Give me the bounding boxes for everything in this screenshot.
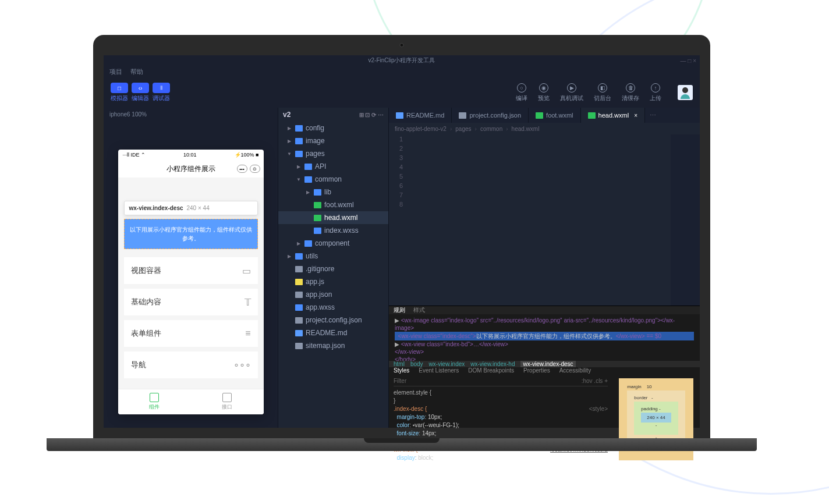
ide-window: v2-FinClip小程序开发工具 — □ × 项目 帮助 □模拟器 ‹›编辑器… (104, 55, 700, 428)
editor-tab[interactable]: head.wxml× (581, 108, 645, 123)
toolbar: □模拟器 ‹›编辑器 ⫴调试器 ○编译 ◉预览 ▶真机调试 ◧切后台 🗑清缓存 … (104, 77, 700, 108)
explorer-actions[interactable]: ⊞ ⊡ ⟳ ⋯ (359, 112, 384, 118)
styles-filter[interactable]: Filter (394, 377, 406, 385)
devtools-panel: 规则 样式 ▶ <wx-image class="index-logo" src… (389, 306, 700, 428)
editor-panel: README.mdproject.config.jsonfoot.wxmlhea… (389, 108, 700, 428)
camera-dot (400, 43, 404, 47)
action-preview[interactable]: ◉预览 (538, 83, 550, 102)
breadcrumbs[interactable]: fino-applet-demo-v2›pages›common›head.wx… (389, 123, 700, 134)
devtools-subtab[interactable]: Styles (394, 367, 409, 374)
devtools-subtab[interactable]: Accessibility (559, 367, 591, 374)
file-tree-item[interactable]: app.json (278, 288, 388, 301)
devtools-subtabs: StylesEvent ListenersDOM BreakpointsProp… (389, 367, 700, 374)
laptop-frame: v2-FinClip小程序开发工具 — □ × 项目 帮助 □模拟器 ‹›编辑器… (93, 35, 710, 451)
editor-tab[interactable]: foot.wxml (529, 108, 580, 123)
user-avatar[interactable] (678, 85, 693, 100)
action-upload[interactable]: ↑上传 (650, 83, 661, 102)
editor-tab[interactable]: project.config.json (452, 108, 529, 123)
file-tree-item[interactable]: ▼pages (278, 147, 388, 160)
file-tree-item[interactable]: project.config.json (278, 314, 388, 326)
phone-preview: ···ll IDE ⌃10:01⚡100% ■ 小程序组件展示 •••⊙ wx-… (118, 150, 264, 414)
dom-tree[interactable]: ▶ <wx-image class="index-logo" src="../r… (389, 314, 700, 361)
close-icon: × (634, 112, 637, 119)
file-tree-item[interactable]: ▶config (278, 122, 388, 134)
tab-components[interactable]: 组件 (118, 389, 191, 414)
devtools-tab-style[interactable]: 样式 (413, 306, 425, 314)
capsule-menu-icon[interactable]: ••• (237, 165, 247, 173)
file-tree-item[interactable]: ▶lib (278, 186, 388, 198)
file-tree-item[interactable]: foot.wxml (278, 198, 388, 211)
file-tree-item[interactable]: ▼common (278, 173, 388, 186)
dom-breadcrumb[interactable]: htmlbodywx-view.indexwx-view.index-hdwx-… (389, 361, 700, 367)
page-title: 小程序组件展示 (166, 164, 215, 174)
project-root[interactable]: v2 (283, 111, 290, 119)
devtools-tab-rules[interactable]: 规则 (394, 306, 405, 314)
action-remote-debug[interactable]: ▶真机调试 (560, 83, 583, 102)
tabs-overflow-icon[interactable]: ⋯ (645, 108, 661, 123)
list-item[interactable]: 表单组件≡ (124, 320, 258, 347)
file-tree-item[interactable]: README.md (278, 326, 388, 339)
window-controls[interactable]: — □ × (681, 58, 696, 64)
file-tree-item[interactable]: app.js (278, 275, 388, 288)
file-tree-item[interactable]: sitemap.json (278, 339, 388, 352)
file-explorer: v2 ⊞ ⊡ ⟳ ⋯ ▶config▶image▼pages▶API▼commo… (278, 108, 389, 428)
minimap[interactable] (671, 134, 700, 306)
devtools-subtab[interactable]: Event Listeners (419, 367, 459, 374)
action-compile[interactable]: ○编译 (516, 83, 527, 102)
phone-nav-bar: 小程序组件展示 •••⊙ (118, 160, 264, 178)
selected-element[interactable]: 以下用展示小程序官方组件能力，组件样式仅供参考。 (124, 219, 258, 249)
code-editor[interactable]: 12345678 (389, 134, 700, 306)
list-item[interactable]: 基础内容𝕋 (124, 289, 258, 315)
phone-status-bar: ···ll IDE ⌃10:01⚡100% ■ (118, 150, 264, 160)
menu-help[interactable]: 帮助 (130, 68, 143, 76)
devtools-subtab[interactable]: Properties (523, 367, 550, 374)
list-item[interactable]: 视图容器▭ (124, 257, 258, 284)
box-model: margin 10 border - padding - 240 × 44 - … (612, 374, 700, 465)
menu-project[interactable]: 项目 (109, 68, 122, 76)
simulator-panel: iphone6 100% ···ll IDE ⌃10:01⚡100% ■ 小程序… (104, 108, 278, 428)
capsule-close-icon[interactable]: ⊙ (250, 165, 260, 173)
editor-tab[interactable]: README.md (389, 108, 452, 123)
file-tree-item[interactable]: ▶utils (278, 250, 388, 262)
file-tree-item[interactable]: ▶component (278, 237, 388, 250)
file-tree-item[interactable]: index.wxss (278, 224, 388, 237)
toolbar-editor[interactable]: ‹›编辑器 (132, 83, 149, 102)
devtools-subtab[interactable]: DOM Breakpoints (468, 367, 514, 374)
file-tree-item[interactable]: head.wxml (278, 211, 388, 224)
list-item[interactable]: 导航∘∘∘ (124, 352, 258, 378)
toolbar-debugger[interactable]: ⫴调试器 (153, 83, 170, 102)
action-switch-bg[interactable]: ◧切后台 (594, 83, 611, 102)
title-bar: v2-FinClip小程序开发工具 — □ × (104, 55, 700, 66)
file-tree-item[interactable]: app.wxss (278, 301, 388, 314)
window-title: v2-FinClip小程序开发工具 (368, 56, 435, 65)
file-tree-item[interactable]: ▶API (278, 160, 388, 173)
tab-api[interactable]: 接口 (191, 389, 264, 414)
file-tree-item[interactable]: ▶image (278, 134, 388, 147)
toolbar-simulator[interactable]: □模拟器 (111, 83, 128, 102)
editor-tabs: README.mdproject.config.jsonfoot.wxmlhea… (389, 108, 700, 123)
menu-bar: 项目 帮助 (104, 66, 700, 77)
inspect-tooltip: wx-view.index-desc240 × 44 (124, 201, 258, 215)
styles-pane[interactable]: Filter:hov .cls + element.style { } .ind… (389, 374, 612, 465)
device-label[interactable]: iphone6 100% (109, 111, 147, 118)
action-clear-cache[interactable]: 🗑清缓存 (622, 83, 639, 102)
file-tree-item[interactable]: .gitignore (278, 262, 388, 275)
